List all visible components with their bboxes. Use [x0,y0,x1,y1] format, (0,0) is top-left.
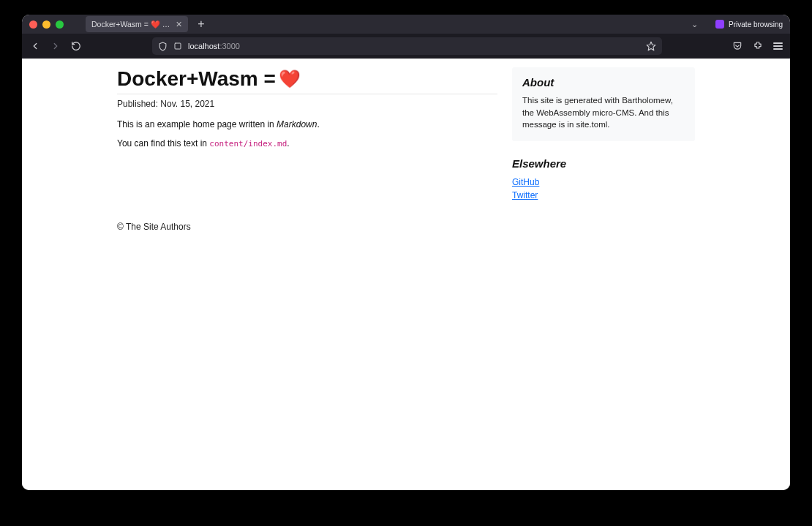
url-path: :3000 [219,42,240,50]
main-column: Docker+Wasm = ❤️ Published: Nov. 15, 202… [117,67,497,232]
app-menu-icon[interactable] [773,42,783,50]
addr-left-icons [158,42,182,51]
address-bar[interactable]: localhost:3000 [152,37,662,55]
window-controls [29,20,64,29]
maximize-window-button[interactable] [56,20,64,29]
titlebar: Docker+Wasm = ❤️ | Your Site Name ✕ + ⌄ … [22,15,790,34]
mask-icon [715,20,724,29]
tab-strip: Docker+Wasm = ❤️ | Your Site Name ✕ + [86,15,208,34]
about-heading: About [522,76,685,89]
svg-rect-0 [175,43,181,49]
close-window-button[interactable] [29,20,37,29]
heart-icon: ❤️ [279,70,301,88]
url-text: localhost:3000 [188,42,240,50]
page-viewport[interactable]: Docker+Wasm = ❤️ Published: Nov. 15, 202… [22,59,790,490]
close-tab-icon[interactable]: ✕ [176,20,182,29]
footer-copyright: © The Site Authors [117,222,497,232]
elsewhere-heading: Elsewhere [512,157,695,170]
toolbar: localhost:3000 [22,34,790,59]
file-path-code: content/index.md [209,139,287,149]
published-date: Published: Nov. 15, 2021 [117,99,497,109]
twitter-link[interactable]: Twitter [512,190,538,200]
intro-paragraph: This is an example home page written in … [117,119,497,129]
private-browsing-badge: Private browsing [715,20,783,29]
new-tab-button[interactable]: + [194,18,208,30]
para1-pre: This is an example home page written in [117,119,277,129]
para1-post: . [317,119,319,129]
minimize-window-button[interactable] [42,20,50,29]
pocket-icon[interactable] [732,41,743,51]
about-text: This site is generated with Bartholomew,… [522,94,685,131]
location-paragraph: You can find this text in content/index.… [117,138,497,149]
private-browsing-label: Private browsing [729,20,783,29]
browser-window: Docker+Wasm = ❤️ | Your Site Name ✕ + ⌄ … [22,15,790,490]
list-item: Twitter [512,189,695,202]
tab-title: Docker+Wasm = ❤️ | Your Site Name [91,20,171,29]
browser-tab[interactable]: Docker+Wasm = ❤️ | Your Site Name ✕ [86,16,188,32]
reload-button[interactable] [70,40,82,52]
github-link[interactable]: GitHub [512,177,539,187]
para2-pre: You can find this text in [117,138,209,149]
forward-button[interactable] [50,40,61,52]
para1-em: Markdown [277,119,317,129]
shield-icon[interactable] [158,42,168,51]
url-host: localhost [188,42,219,50]
list-item: GitHub [512,176,695,189]
toolbar-right [732,41,783,51]
page-info-icon[interactable] [173,42,182,50]
bookmark-star-icon[interactable] [646,41,656,51]
nav-buttons [29,40,82,52]
about-box: About This site is generated with Bartho… [512,67,695,141]
page: Docker+Wasm = ❤️ Published: Nov. 15, 202… [117,59,695,247]
all-tabs-button[interactable]: ⌄ [691,20,698,29]
page-title: Docker+Wasm = ❤️ [117,67,497,94]
titlebar-right: ⌄ Private browsing [691,20,783,29]
back-button[interactable] [29,40,41,52]
elsewhere-section: Elsewhere GitHub Twitter [512,157,695,202]
page-title-text: Docker+Wasm = [117,67,276,91]
elsewhere-links: GitHub Twitter [512,176,695,202]
svg-marker-1 [647,42,655,50]
sidebar: About This site is generated with Bartho… [512,67,695,202]
extensions-icon[interactable] [753,41,763,51]
para2-post: . [287,138,289,149]
